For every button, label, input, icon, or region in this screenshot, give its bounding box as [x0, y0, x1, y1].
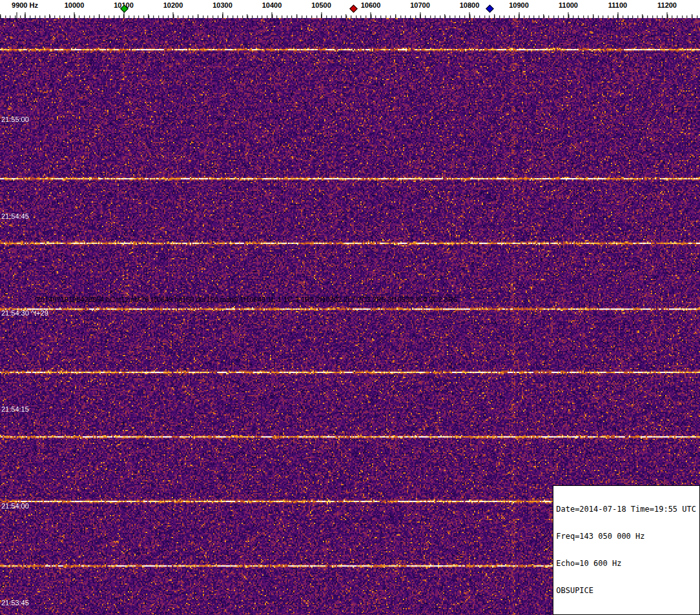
observation-info-box: Date=2014-07-18 Time=19:55 UTC Freq=143 …	[553, 485, 700, 615]
freq-tick-label: 10200	[163, 1, 183, 9]
freq-tick-label: 11200	[657, 1, 677, 9]
time-tick-label: 21:54:00	[1, 502, 29, 510]
freq-tick-label: 11100	[608, 1, 627, 9]
time-tick-label: 21:55:00	[1, 116, 29, 123]
freq-tick-label: 10700	[410, 1, 430, 9]
freq-tick-label: 10000	[65, 1, 85, 9]
freq-tick-label: 10400	[262, 1, 282, 9]
time-tick-label: 21:54:45	[1, 212, 29, 220]
time-tick-label: 21:54:15	[1, 405, 29, 413]
ruler-mid-ticks	[0, 14, 700, 18]
blue-marker-diamond[interactable]	[486, 5, 494, 13]
red-marker-diamond[interactable]	[349, 5, 358, 13]
time-tick-label: 21:53:45	[1, 599, 29, 607]
time-tick-label: 21:54:30 ^t+29	[1, 309, 48, 317]
ruler-minor-ticks	[0, 15, 700, 18]
freq-tick-label: 10900	[509, 1, 529, 9]
info-frequency: Freq=143 050 000 Hz	[556, 532, 696, 541]
info-station: OBSUPICE	[556, 586, 696, 595]
meteor-spectrogram-app: 9900 Hz100001010010200103001040010500106…	[0, 0, 700, 615]
freq-tick-label: 10300	[212, 1, 232, 9]
info-date-time: Date=2014-07-18 Time=19:55 UTC	[556, 505, 696, 514]
freq-tick-label: 11000	[559, 1, 578, 9]
freq-tick-label: 10800	[460, 1, 480, 9]
freq-tick-label: 10600	[361, 1, 381, 9]
info-echo: Echo=10 600 Hz	[556, 559, 696, 568]
ruler-major-ticks	[0, 12, 700, 18]
freq-tick-label: 9900 Hz	[12, 1, 38, 9]
frequency-ruler: 9900 Hz100001010010200103001040010500106…	[0, 0, 700, 18]
meteor-detection-annotation: 20140718195429864 hCnt12 nb-76 f10649 hi…	[37, 296, 457, 303]
freq-tick-label: 10500	[311, 1, 331, 9]
spectrogram-area[interactable]: 21:55:0021:54:4521:54:30 ^t+2921:54:1521…	[0, 18, 700, 615]
